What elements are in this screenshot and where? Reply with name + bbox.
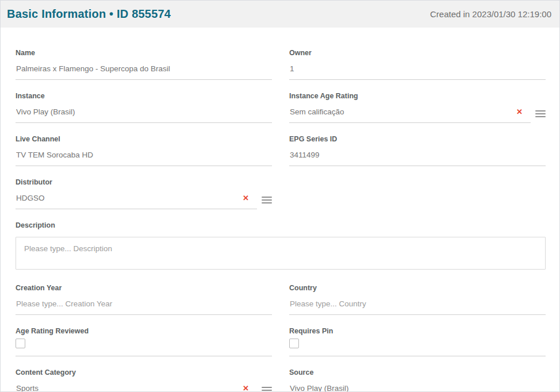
- instance-label: Instance: [16, 92, 272, 100]
- panel-header: Basic Information • ID 855574 Created in…: [1, 1, 559, 28]
- menu-icon[interactable]: [262, 197, 272, 203]
- basic-information-form: Name Owner Instance Instance Age Rating …: [1, 28, 559, 392]
- field-epg-series-id: EPG Series ID: [289, 135, 546, 166]
- requires-pin-label: Requires Pin: [289, 327, 546, 335]
- description-label: Description: [16, 221, 546, 229]
- clear-icon[interactable]: ✕: [516, 108, 523, 116]
- name-label: Name: [16, 49, 272, 57]
- distributor-select[interactable]: HDGSO ✕: [16, 194, 257, 209]
- field-creation-year: Creation Year: [16, 284, 272, 315]
- menu-icon[interactable]: [262, 387, 272, 392]
- requires-pin-checkbox[interactable]: [289, 339, 299, 348]
- field-owner: Owner: [289, 49, 546, 80]
- page-title: Basic Information • ID 855574: [7, 7, 171, 21]
- age-rating-reviewed-checkbox[interactable]: [16, 339, 25, 348]
- source-label: Source: [289, 368, 546, 376]
- owner-label: Owner: [289, 49, 546, 57]
- content-category-select[interactable]: Sports ✕: [16, 384, 257, 392]
- field-country: Country: [289, 284, 546, 315]
- distributor-value: HDGSO: [16, 194, 45, 202]
- epg-series-id-label: EPG Series ID: [289, 135, 546, 143]
- field-distributor: Distributor HDGSO ✕: [16, 178, 272, 209]
- owner-input[interactable]: [289, 64, 546, 80]
- content-category-label: Content Category: [16, 368, 272, 376]
- country-label: Country: [289, 284, 546, 292]
- epg-series-id-input[interactable]: [289, 151, 546, 166]
- field-instance-age-rating: Instance Age Rating Sem calificação ✕: [289, 92, 546, 123]
- creation-year-label: Creation Year: [16, 284, 272, 292]
- field-description: Description: [16, 221, 546, 272]
- source-input[interactable]: [289, 384, 546, 392]
- instance-age-rating-value: Sem calificação: [290, 107, 344, 116]
- field-source: Source: [289, 368, 546, 392]
- live-channel-input[interactable]: [16, 151, 272, 166]
- field-name: Name: [16, 49, 272, 80]
- name-input[interactable]: [16, 64, 272, 80]
- instance-age-rating-label: Instance Age Rating: [289, 92, 546, 100]
- menu-icon[interactable]: [535, 110, 546, 117]
- live-channel-label: Live Channel: [16, 135, 272, 143]
- field-age-rating-reviewed: Age Rating Reviewed: [16, 327, 272, 356]
- field-instance: Instance: [16, 92, 272, 123]
- age-rating-reviewed-label: Age Rating Reviewed: [16, 327, 272, 335]
- country-input[interactable]: [289, 299, 546, 315]
- description-textarea[interactable]: [16, 237, 546, 270]
- distributor-label: Distributor: [16, 178, 272, 186]
- basic-information-panel: Basic Information • ID 855574 Created in…: [0, 0, 560, 392]
- field-requires-pin: Requires Pin: [289, 327, 546, 356]
- content-category-value: Sports: [16, 384, 39, 392]
- field-live-channel: Live Channel: [16, 135, 272, 166]
- clear-icon[interactable]: ✕: [243, 194, 249, 202]
- instance-age-rating-select[interactable]: Sem calificação ✕: [289, 107, 531, 123]
- instance-input[interactable]: [16, 107, 272, 123]
- created-timestamp: Created in 2023/01/30 12:19:00: [430, 9, 551, 19]
- creation-year-input[interactable]: [16, 299, 272, 315]
- field-content-category: Content Category Sports ✕: [16, 368, 272, 392]
- clear-icon[interactable]: ✕: [243, 385, 249, 392]
